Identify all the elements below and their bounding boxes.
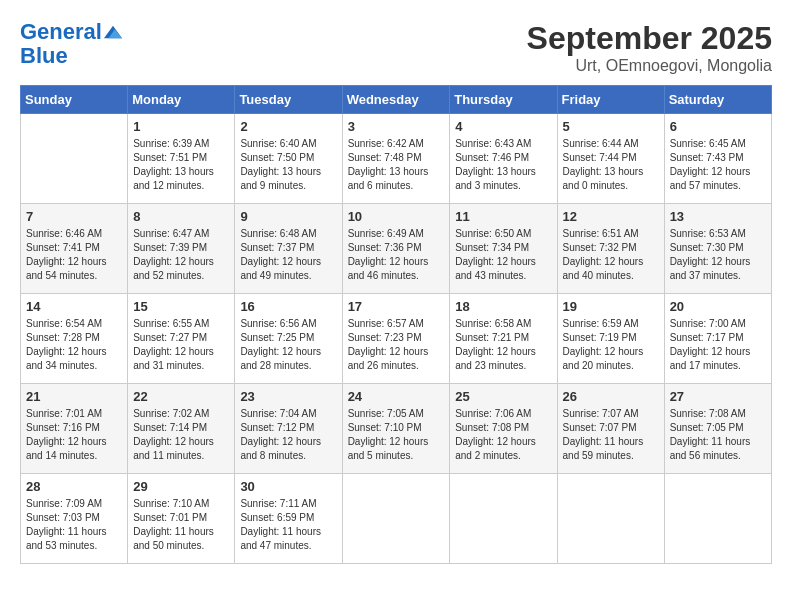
weekday-header: Monday — [128, 86, 235, 114]
calendar-cell: 6Sunrise: 6:45 AMSunset: 7:43 PMDaylight… — [664, 114, 771, 204]
day-number: 16 — [240, 299, 336, 314]
cell-content: Sunrise: 6:45 AMSunset: 7:43 PMDaylight:… — [670, 137, 766, 193]
calendar-week-row: 14Sunrise: 6:54 AMSunset: 7:28 PMDayligh… — [21, 294, 772, 384]
cell-content: Sunrise: 6:59 AMSunset: 7:19 PMDaylight:… — [563, 317, 659, 373]
day-number: 29 — [133, 479, 229, 494]
cell-content: Sunrise: 6:39 AMSunset: 7:51 PMDaylight:… — [133, 137, 229, 193]
cell-content: Sunrise: 6:54 AMSunset: 7:28 PMDaylight:… — [26, 317, 122, 373]
calendar-cell: 8Sunrise: 6:47 AMSunset: 7:39 PMDaylight… — [128, 204, 235, 294]
calendar-cell: 15Sunrise: 6:55 AMSunset: 7:27 PMDayligh… — [128, 294, 235, 384]
day-number: 9 — [240, 209, 336, 224]
logo-general: General — [20, 19, 102, 44]
logo-icon — [104, 25, 122, 39]
cell-content: Sunrise: 6:55 AMSunset: 7:27 PMDaylight:… — [133, 317, 229, 373]
location-subtitle: Urt, OEmnoegovi, Mongolia — [527, 57, 772, 75]
cell-content: Sunrise: 6:57 AMSunset: 7:23 PMDaylight:… — [348, 317, 445, 373]
calendar-cell: 21Sunrise: 7:01 AMSunset: 7:16 PMDayligh… — [21, 384, 128, 474]
day-number: 2 — [240, 119, 336, 134]
calendar-cell: 14Sunrise: 6:54 AMSunset: 7:28 PMDayligh… — [21, 294, 128, 384]
calendar-table: SundayMondayTuesdayWednesdayThursdayFrid… — [20, 85, 772, 564]
cell-content: Sunrise: 7:05 AMSunset: 7:10 PMDaylight:… — [348, 407, 445, 463]
cell-content: Sunrise: 6:49 AMSunset: 7:36 PMDaylight:… — [348, 227, 445, 283]
cell-content: Sunrise: 7:06 AMSunset: 7:08 PMDaylight:… — [455, 407, 551, 463]
calendar-cell: 16Sunrise: 6:56 AMSunset: 7:25 PMDayligh… — [235, 294, 342, 384]
weekday-header: Sunday — [21, 86, 128, 114]
day-number: 17 — [348, 299, 445, 314]
cell-content: Sunrise: 6:51 AMSunset: 7:32 PMDaylight:… — [563, 227, 659, 283]
calendar-cell: 2Sunrise: 6:40 AMSunset: 7:50 PMDaylight… — [235, 114, 342, 204]
weekday-header: Wednesday — [342, 86, 450, 114]
day-number: 23 — [240, 389, 336, 404]
calendar-cell: 28Sunrise: 7:09 AMSunset: 7:03 PMDayligh… — [21, 474, 128, 564]
day-number: 10 — [348, 209, 445, 224]
logo-text: General — [20, 20, 102, 44]
calendar-cell — [342, 474, 450, 564]
cell-content: Sunrise: 7:09 AMSunset: 7:03 PMDaylight:… — [26, 497, 122, 553]
day-number: 30 — [240, 479, 336, 494]
page-header: General Blue September 2025 Urt, OEmnoeg… — [20, 20, 772, 75]
day-number: 18 — [455, 299, 551, 314]
day-number: 8 — [133, 209, 229, 224]
calendar-cell: 12Sunrise: 6:51 AMSunset: 7:32 PMDayligh… — [557, 204, 664, 294]
calendar-cell: 11Sunrise: 6:50 AMSunset: 7:34 PMDayligh… — [450, 204, 557, 294]
calendar-cell: 23Sunrise: 7:04 AMSunset: 7:12 PMDayligh… — [235, 384, 342, 474]
calendar-cell: 3Sunrise: 6:42 AMSunset: 7:48 PMDaylight… — [342, 114, 450, 204]
weekday-header: Friday — [557, 86, 664, 114]
day-number: 15 — [133, 299, 229, 314]
cell-content: Sunrise: 6:53 AMSunset: 7:30 PMDaylight:… — [670, 227, 766, 283]
cell-content: Sunrise: 6:43 AMSunset: 7:46 PMDaylight:… — [455, 137, 551, 193]
calendar-cell: 7Sunrise: 6:46 AMSunset: 7:41 PMDaylight… — [21, 204, 128, 294]
calendar-cell: 25Sunrise: 7:06 AMSunset: 7:08 PMDayligh… — [450, 384, 557, 474]
day-number: 1 — [133, 119, 229, 134]
calendar-week-row: 28Sunrise: 7:09 AMSunset: 7:03 PMDayligh… — [21, 474, 772, 564]
cell-content: Sunrise: 7:00 AMSunset: 7:17 PMDaylight:… — [670, 317, 766, 373]
cell-content: Sunrise: 6:42 AMSunset: 7:48 PMDaylight:… — [348, 137, 445, 193]
calendar-cell: 18Sunrise: 6:58 AMSunset: 7:21 PMDayligh… — [450, 294, 557, 384]
calendar-header-row: SundayMondayTuesdayWednesdayThursdayFrid… — [21, 86, 772, 114]
cell-content: Sunrise: 6:46 AMSunset: 7:41 PMDaylight:… — [26, 227, 122, 283]
day-number: 21 — [26, 389, 122, 404]
calendar-cell — [450, 474, 557, 564]
day-number: 3 — [348, 119, 445, 134]
weekday-header: Saturday — [664, 86, 771, 114]
calendar-cell: 9Sunrise: 6:48 AMSunset: 7:37 PMDaylight… — [235, 204, 342, 294]
calendar-cell: 26Sunrise: 7:07 AMSunset: 7:07 PMDayligh… — [557, 384, 664, 474]
month-title: September 2025 — [527, 20, 772, 57]
day-number: 12 — [563, 209, 659, 224]
calendar-week-row: 7Sunrise: 6:46 AMSunset: 7:41 PMDaylight… — [21, 204, 772, 294]
day-number: 6 — [670, 119, 766, 134]
weekday-header: Tuesday — [235, 86, 342, 114]
calendar-cell: 27Sunrise: 7:08 AMSunset: 7:05 PMDayligh… — [664, 384, 771, 474]
day-number: 5 — [563, 119, 659, 134]
day-number: 22 — [133, 389, 229, 404]
calendar-cell: 22Sunrise: 7:02 AMSunset: 7:14 PMDayligh… — [128, 384, 235, 474]
calendar-week-row: 21Sunrise: 7:01 AMSunset: 7:16 PMDayligh… — [21, 384, 772, 474]
day-number: 28 — [26, 479, 122, 494]
calendar-week-row: 1Sunrise: 6:39 AMSunset: 7:51 PMDaylight… — [21, 114, 772, 204]
calendar-cell: 4Sunrise: 6:43 AMSunset: 7:46 PMDaylight… — [450, 114, 557, 204]
cell-content: Sunrise: 7:08 AMSunset: 7:05 PMDaylight:… — [670, 407, 766, 463]
calendar-cell — [21, 114, 128, 204]
calendar-cell: 19Sunrise: 6:59 AMSunset: 7:19 PMDayligh… — [557, 294, 664, 384]
calendar-cell: 1Sunrise: 6:39 AMSunset: 7:51 PMDaylight… — [128, 114, 235, 204]
day-number: 26 — [563, 389, 659, 404]
calendar-cell: 30Sunrise: 7:11 AMSunset: 6:59 PMDayligh… — [235, 474, 342, 564]
cell-content: Sunrise: 6:40 AMSunset: 7:50 PMDaylight:… — [240, 137, 336, 193]
cell-content: Sunrise: 7:11 AMSunset: 6:59 PMDaylight:… — [240, 497, 336, 553]
calendar-cell: 13Sunrise: 6:53 AMSunset: 7:30 PMDayligh… — [664, 204, 771, 294]
day-number: 14 — [26, 299, 122, 314]
day-number: 13 — [670, 209, 766, 224]
cell-content: Sunrise: 7:01 AMSunset: 7:16 PMDaylight:… — [26, 407, 122, 463]
calendar-cell: 10Sunrise: 6:49 AMSunset: 7:36 PMDayligh… — [342, 204, 450, 294]
cell-content: Sunrise: 7:07 AMSunset: 7:07 PMDaylight:… — [563, 407, 659, 463]
logo-blue: Blue — [20, 44, 68, 68]
cell-content: Sunrise: 7:10 AMSunset: 7:01 PMDaylight:… — [133, 497, 229, 553]
cell-content: Sunrise: 6:47 AMSunset: 7:39 PMDaylight:… — [133, 227, 229, 283]
day-number: 24 — [348, 389, 445, 404]
day-number: 27 — [670, 389, 766, 404]
day-number: 4 — [455, 119, 551, 134]
day-number: 7 — [26, 209, 122, 224]
calendar-cell: 29Sunrise: 7:10 AMSunset: 7:01 PMDayligh… — [128, 474, 235, 564]
day-number: 11 — [455, 209, 551, 224]
day-number: 20 — [670, 299, 766, 314]
